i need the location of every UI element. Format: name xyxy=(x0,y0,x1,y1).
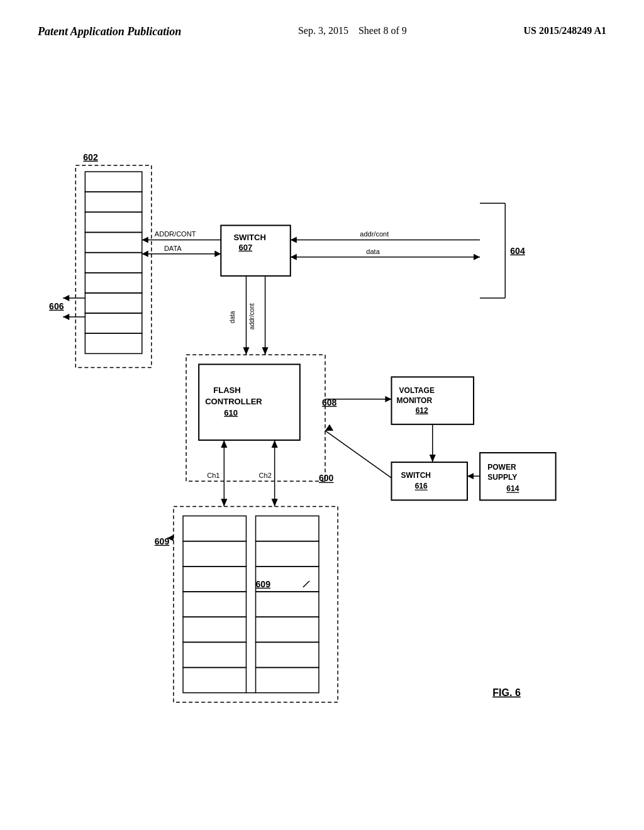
svg-rect-83 xyxy=(183,541,246,567)
svg-text:ADDR/CONT: ADDR/CONT xyxy=(155,230,196,238)
svg-text:612: 612 xyxy=(416,406,428,415)
svg-rect-95 xyxy=(256,668,319,693)
svg-marker-23 xyxy=(63,314,69,320)
svg-rect-90 xyxy=(256,541,319,567)
svg-text:Ch1: Ch1 xyxy=(207,472,219,479)
svg-marker-37 xyxy=(243,347,249,355)
svg-rect-89 xyxy=(256,516,319,541)
svg-marker-21 xyxy=(63,295,69,301)
svg-text:data: data xyxy=(366,248,380,255)
svg-line-81 xyxy=(303,581,309,587)
svg-marker-14 xyxy=(142,237,148,243)
svg-text:609: 609 xyxy=(155,536,170,546)
svg-text:610: 610 xyxy=(224,408,238,418)
svg-marker-69 xyxy=(221,440,227,448)
sheet-info: Sheet 8 of 9 xyxy=(358,25,407,36)
header-center: Sep. 3, 2015 Sheet 8 of 9 xyxy=(298,25,407,36)
svg-marker-56 xyxy=(430,455,436,462)
svg-marker-74 xyxy=(272,499,278,506)
svg-marker-29 xyxy=(291,254,297,260)
svg-marker-70 xyxy=(221,499,227,506)
svg-marker-18 xyxy=(214,251,221,257)
svg-marker-73 xyxy=(272,440,278,448)
svg-rect-6 xyxy=(85,273,142,293)
svg-rect-57 xyxy=(391,462,467,500)
svg-text:SWITCH: SWITCH xyxy=(401,471,431,480)
label-602: 602 xyxy=(83,152,98,162)
svg-text:616: 616 xyxy=(415,482,428,490)
svg-marker-39 xyxy=(262,347,269,355)
svg-rect-84 xyxy=(183,567,246,592)
svg-rect-9 xyxy=(85,333,142,353)
svg-line-66 xyxy=(325,431,391,478)
svg-text:604: 604 xyxy=(510,246,525,256)
svg-rect-82 xyxy=(183,516,246,541)
svg-text:614: 614 xyxy=(506,484,519,493)
svg-text:addr/cont: addr/cont xyxy=(248,303,255,329)
svg-marker-50 xyxy=(385,396,391,402)
svg-text:FLASH: FLASH xyxy=(213,385,241,395)
svg-rect-0 xyxy=(75,165,152,367)
svg-marker-65 xyxy=(467,473,474,479)
svg-rect-1 xyxy=(85,172,142,192)
svg-rect-8 xyxy=(85,313,142,333)
svg-rect-3 xyxy=(85,212,142,232)
svg-text:606: 606 xyxy=(49,301,64,311)
svg-rect-42 xyxy=(186,355,325,481)
svg-text:Ch2: Ch2 xyxy=(259,472,272,479)
svg-text:VOLTAGE: VOLTAGE xyxy=(399,386,435,395)
svg-text:607: 607 xyxy=(238,243,252,252)
svg-text:CONTROLLER: CONTROLLER xyxy=(205,397,262,406)
svg-text:600: 600 xyxy=(319,473,334,483)
svg-rect-2 xyxy=(85,192,142,212)
svg-text:addr/cont: addr/cont xyxy=(360,230,389,238)
svg-rect-87 xyxy=(183,642,246,667)
svg-rect-7 xyxy=(85,293,142,313)
svg-rect-4 xyxy=(85,232,142,252)
svg-text:DATA: DATA xyxy=(164,245,182,252)
svg-rect-92 xyxy=(256,592,319,617)
figure-label: FIG. 6 xyxy=(492,687,521,698)
svg-marker-26 xyxy=(291,237,297,243)
publication-title: Patent Application Publication xyxy=(38,25,181,38)
svg-marker-30 xyxy=(474,254,480,260)
svg-text:609: 609 xyxy=(256,579,271,589)
page-header: Patent Application Publication Sep. 3, 2… xyxy=(0,25,644,38)
svg-marker-67 xyxy=(325,424,333,431)
svg-text:SUPPLY: SUPPLY xyxy=(487,473,517,482)
svg-marker-17 xyxy=(142,251,148,257)
svg-rect-86 xyxy=(183,617,246,642)
svg-text:data: data xyxy=(229,311,236,323)
publication-date: Sep. 3, 2015 xyxy=(298,25,348,36)
figure-diagram: 602 SWITCH 607 ADDR/CONT DATA xyxy=(38,101,606,792)
svg-text:MONITOR: MONITOR xyxy=(397,396,433,405)
svg-rect-5 xyxy=(85,253,142,273)
svg-rect-94 xyxy=(256,642,319,667)
svg-rect-93 xyxy=(256,617,319,642)
patent-number: US 2015/248249 A1 xyxy=(523,25,606,36)
svg-rect-88 xyxy=(183,668,246,693)
diagram-svg: 602 SWITCH 607 ADDR/CONT DATA xyxy=(38,101,606,792)
svg-text:SWITCH: SWITCH xyxy=(233,233,265,242)
svg-rect-85 xyxy=(183,592,246,617)
svg-text:POWER: POWER xyxy=(487,463,516,472)
